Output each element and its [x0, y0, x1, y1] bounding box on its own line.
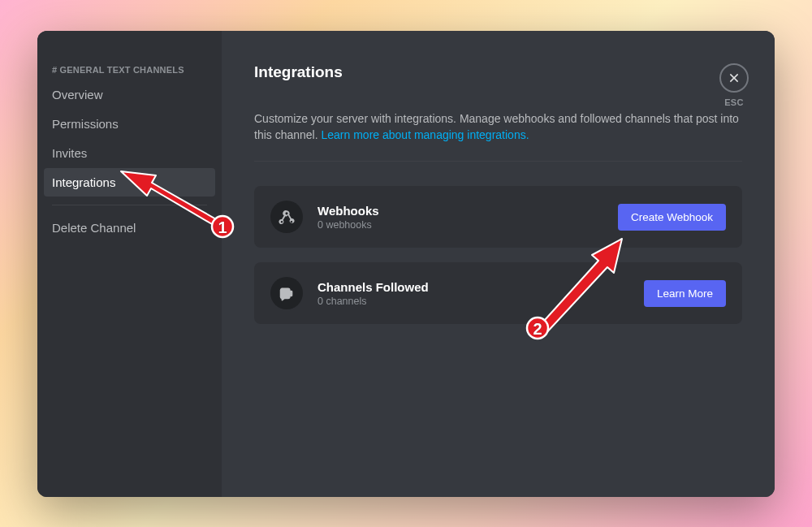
channels-followed-icon [270, 277, 303, 309]
sidebar-heading: # GENERAL TEXT CHANNELS [44, 65, 215, 80]
learn-more-button[interactable]: Learn More [644, 280, 726, 307]
close-button[interactable]: ESC [719, 63, 749, 107]
channels-followed-title: Channels Followed [317, 280, 629, 294]
sidebar-item-permissions[interactable]: Permissions [44, 110, 215, 138]
close-label: ESC [724, 97, 744, 107]
page-description: Customize your server with integrations.… [254, 110, 742, 144]
learn-more-link[interactable]: Learn more about managing integrations. [322, 128, 529, 141]
sidebar-item-integrations[interactable]: Integrations [44, 168, 215, 197]
settings-window: # GENERAL TEXT CHANNELS Overview Permiss… [37, 31, 775, 497]
sidebar: # GENERAL TEXT CHANNELS Overview Permiss… [37, 31, 222, 497]
sidebar-divider [52, 205, 207, 205]
sidebar-item-invites[interactable]: Invites [44, 139, 215, 167]
content-area: ESC Integrations Customize your server w… [222, 31, 775, 497]
divider [254, 161, 742, 162]
webhooks-subtitle: 0 webhooks [317, 219, 603, 231]
page-title: Integrations [254, 63, 742, 81]
webhooks-card-body: Webhooks 0 webhooks [317, 204, 603, 231]
sidebar-item-overview[interactable]: Overview [44, 80, 215, 109]
cards-list: Webhooks 0 webhooks Create Webhook Chann… [254, 186, 742, 324]
close-icon [719, 63, 749, 93]
webhooks-title: Webhooks [317, 204, 603, 218]
webhooks-card: Webhooks 0 webhooks Create Webhook [254, 186, 742, 248]
channels-followed-subtitle: 0 channels [317, 296, 629, 307]
channels-followed-card: Channels Followed 0 channels Learn More [254, 262, 742, 324]
channels-followed-card-body: Channels Followed 0 channels [317, 280, 629, 307]
sidebar-item-delete-channel[interactable]: Delete Channel [44, 214, 215, 242]
create-webhook-button[interactable]: Create Webhook [618, 204, 726, 231]
webhook-icon [270, 201, 303, 233]
